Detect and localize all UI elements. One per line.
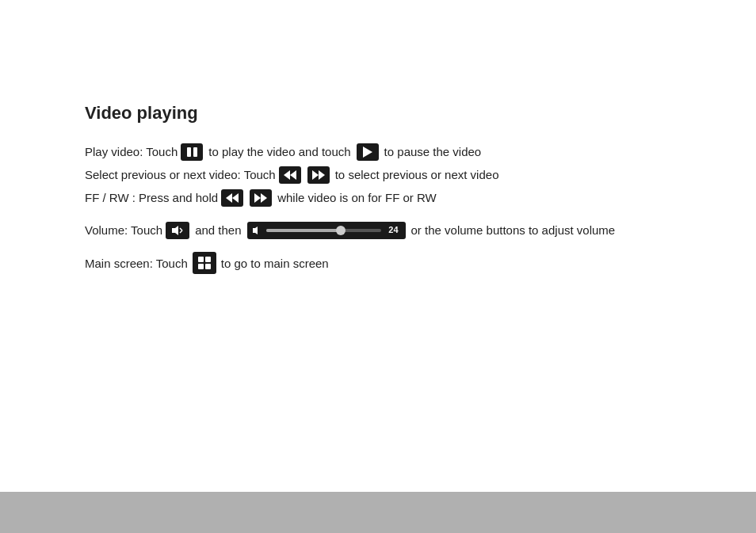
footer-bar bbox=[0, 492, 756, 533]
rew-tri-1 bbox=[284, 170, 290, 180]
fwd2-tri-2 bbox=[261, 193, 267, 203]
rewind-button-icon[interactable] bbox=[279, 166, 301, 184]
fwd2-tri-1 bbox=[254, 193, 261, 203]
slider-fill bbox=[266, 229, 342, 232]
forward2-shape bbox=[254, 193, 267, 203]
grid-cell-2 bbox=[205, 257, 211, 262]
grid-cell-4 bbox=[205, 264, 211, 269]
main-screen-text-2: to go to main screen bbox=[221, 253, 329, 274]
section-title: Video playing bbox=[85, 103, 671, 124]
select-video-line: Select previous or next video: Touch to … bbox=[85, 164, 671, 185]
rewind-shape bbox=[284, 170, 296, 180]
volume-line: Volume: Touch and then 24 or the bbox=[85, 219, 671, 241]
volume-text-1: Volume: Touch bbox=[85, 219, 162, 241]
play-text-3: to pause the video bbox=[384, 141, 482, 162]
volume-text-2: or the volume buttons to adjust volume bbox=[411, 219, 616, 241]
svg-line-1 bbox=[180, 228, 182, 230]
ffrw-text-2: while video is on for FF or RW bbox=[277, 187, 437, 208]
play-text-1: Play video: Touch bbox=[85, 141, 178, 162]
slider-track[interactable] bbox=[266, 229, 382, 232]
grid-button-icon[interactable] bbox=[193, 252, 216, 274]
svg-marker-3 bbox=[253, 227, 258, 234]
select-text-1: Select previous or next video: Touch bbox=[85, 164, 276, 185]
speaker-svg bbox=[170, 225, 185, 236]
rewind2-shape bbox=[226, 193, 239, 203]
play-text-2: to play the video and touch bbox=[208, 141, 350, 162]
grid-cell-1 bbox=[198, 257, 204, 262]
ffrw-text-1: FF / RW : Press and hold bbox=[85, 187, 218, 208]
grid-shape bbox=[198, 257, 211, 269]
fwd-tri-2 bbox=[319, 170, 325, 180]
svg-marker-0 bbox=[172, 226, 178, 235]
play-arrow-shape bbox=[363, 147, 372, 158]
page-content: Video playing Play video: Touch to play … bbox=[0, 0, 756, 274]
main-screen-line: Main screen: Touch to go to main screen bbox=[85, 252, 671, 274]
volume-small-icon bbox=[252, 225, 263, 236]
grid-cell-3 bbox=[198, 264, 204, 269]
and-then-text: and then bbox=[195, 219, 241, 241]
volume-number: 24 bbox=[386, 222, 400, 239]
rew2-tri-2 bbox=[232, 193, 239, 203]
volume-button-icon[interactable] bbox=[166, 222, 189, 239]
pause-bar-right bbox=[193, 147, 197, 157]
forward-button2-icon[interactable] bbox=[250, 189, 272, 207]
forward-button-icon[interactable] bbox=[307, 166, 330, 184]
pause-bars bbox=[187, 147, 197, 157]
ffrw-line: FF / RW : Press and hold while video is … bbox=[85, 187, 671, 208]
instructions: Play video: Touch to play the video and … bbox=[85, 141, 671, 274]
main-screen-text-1: Main screen: Touch bbox=[85, 253, 188, 274]
forward-shape bbox=[312, 170, 325, 180]
volume-slider-widget[interactable]: 24 bbox=[247, 222, 406, 239]
svg-line-2 bbox=[180, 230, 182, 233]
play-button-icon[interactable] bbox=[357, 143, 379, 161]
select-text-2: to select previous or next video bbox=[335, 164, 499, 185]
fwd-tri-1 bbox=[312, 170, 319, 180]
rewind-button2-icon[interactable] bbox=[221, 189, 243, 207]
pause-button-icon[interactable] bbox=[181, 143, 203, 161]
play-video-line: Play video: Touch to play the video and … bbox=[85, 141, 671, 162]
rew-tri-2 bbox=[290, 170, 296, 180]
pause-bar-left bbox=[187, 147, 191, 157]
rew2-tri-1 bbox=[226, 193, 232, 203]
slider-thumb[interactable] bbox=[336, 226, 346, 235]
